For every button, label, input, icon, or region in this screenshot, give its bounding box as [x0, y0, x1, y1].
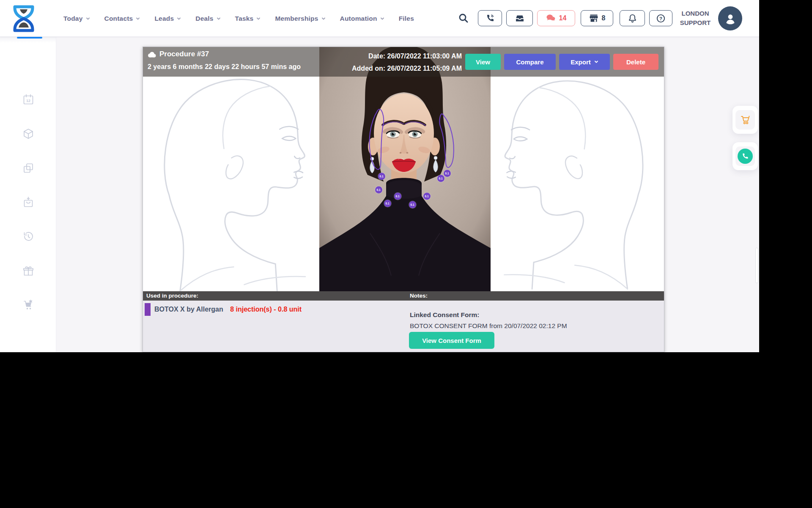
injection-dot: 0.1 [437, 175, 444, 182]
injection-dots: 0.10.10.10.10.10.10.10.1 [319, 47, 491, 291]
injection-dot: 0.1 [423, 193, 431, 200]
nav-item-memberships[interactable]: Memberships [275, 15, 325, 22]
added-value: 26/07/2022 11:05:09 AM [387, 65, 462, 72]
nav-label: Contacts [104, 15, 133, 22]
procedure-dates: Date: 26/07/2022 11:03:00 AM Added on: 2… [352, 50, 462, 75]
nav-item-leads[interactable]: Leads [154, 15, 181, 22]
sidebar-item-gift-vouchers[interactable] [22, 265, 34, 277]
view-label: View [476, 58, 490, 66]
chevron-down-icon [217, 17, 221, 21]
top-bar: Today Contacts Leads Deals Tasks Members… [0, 0, 759, 37]
compare-label: Compare [516, 58, 543, 66]
profile-drawing-left [143, 47, 319, 291]
cloud-icon [148, 51, 156, 58]
used-in-procedure-label: Used in procedure: [146, 291, 198, 301]
sidebar-item-products[interactable] [22, 128, 34, 140]
history-icon [22, 231, 34, 243]
footer-section-bar: Used in procedure: Notes: [143, 291, 664, 301]
copy-icon [22, 162, 34, 174]
nav-item-deals[interactable]: Deals [195, 15, 220, 22]
app-logo[interactable] [10, 4, 37, 33]
floating-phone-widget[interactable] [732, 142, 758, 170]
injection-dot: 0.1 [394, 193, 401, 200]
delete-label: Delete [626, 58, 645, 66]
sidebar-item-history[interactable] [22, 231, 34, 243]
inbox-icon [515, 14, 525, 23]
procedure-title: Procedure #37 [159, 50, 209, 58]
help-button[interactable]: ? [649, 10, 672, 26]
image-strip: 0.10.10.10.10.10.10.10.1 [143, 47, 664, 291]
linked-consent-label: Linked Consent Form: [410, 311, 479, 319]
procedure-panel: 0.10.10.10.10.10.10.10.1 [143, 47, 664, 352]
notifications-button[interactable] [620, 10, 645, 26]
injection-dot: 0.1 [384, 200, 391, 207]
phone-button[interactable] [478, 10, 502, 26]
footer-body: BOTOX X by Allergan 8 injection(s) - 0.8… [143, 301, 664, 352]
nav-label: Leads [154, 15, 174, 22]
procedure-photo[interactable]: 0.10.10.10.10.10.10.10.1 [319, 47, 491, 291]
floating-cart-widget[interactable] [732, 106, 758, 134]
date-label: Date: [368, 52, 385, 60]
chat-bubbles-icon [546, 14, 556, 22]
nav-label: Automation [340, 15, 377, 22]
sidebar-item-cart-settings[interactable] [22, 299, 34, 311]
consent-form-text: BOTOX CONSENT FORM from 20/07/2022 02:12… [410, 322, 567, 330]
chevron-down-icon [86, 17, 90, 21]
nav-item-automation[interactable]: Automation [340, 15, 384, 22]
product-color-swatch [145, 303, 151, 316]
view-button[interactable]: View [465, 54, 501, 70]
screen: Today Contacts Leads Deals Tasks Members… [0, 0, 812, 508]
inbox-button[interactable] [506, 10, 533, 26]
export-button[interactable]: Export [559, 54, 610, 70]
bag-download-icon [22, 196, 34, 208]
bell-icon [628, 14, 637, 23]
cart-icon [739, 114, 751, 126]
chevron-down-icon [321, 17, 326, 21]
account-location: LONDON SUPPORT [675, 9, 716, 28]
procedure-header-overlay: Procedure #37 2 years 6 months 22 days 2… [143, 47, 664, 77]
chevron-down-icon [256, 17, 261, 21]
nav-label: Files [399, 15, 414, 22]
account-line2: SUPPORT [675, 18, 716, 28]
nav-item-contacts[interactable]: Contacts [104, 15, 140, 22]
package-icon [22, 128, 34, 140]
nav-item-tasks[interactable]: Tasks [235, 15, 261, 22]
sidebar-item-calendar[interactable]: 12 [22, 94, 34, 105]
added-label: Added on: [352, 65, 385, 72]
profile-drawing-right [491, 47, 664, 291]
person-icon [723, 11, 738, 26]
phone-icon [741, 152, 749, 160]
sidebar-item-orders[interactable] [22, 196, 34, 208]
app-window: Today Contacts Leads Deals Tasks Members… [0, 0, 759, 352]
chat-count-badge: 14 [559, 14, 567, 22]
svg-text:?: ? [659, 16, 662, 21]
help-icon: ? [656, 14, 666, 23]
injection-dot: 0.1 [409, 201, 416, 208]
view-consent-form-button[interactable]: View Consent Form [409, 332, 494, 349]
chat-button[interactable]: 14 [537, 10, 575, 26]
date-value: 26/07/2022 11:03:00 AM [387, 52, 462, 60]
chevron-down-icon [380, 17, 384, 21]
nav-item-today[interactable]: Today [63, 15, 90, 22]
delete-button[interactable]: Delete [613, 54, 658, 70]
chevron-down-icon [177, 17, 181, 21]
procedure-age: 2 years 6 months 22 days 22 hours 57 min… [148, 63, 301, 71]
product-usage: 8 injection(s) - 0.8 unit [230, 306, 302, 313]
chevron-down-icon [136, 17, 140, 21]
user-avatar[interactable] [718, 6, 742, 30]
nav-label: Tasks [235, 15, 254, 22]
svg-text:12: 12 [26, 99, 30, 103]
sidebar-item-duplicates[interactable] [22, 162, 34, 174]
product-name: BOTOX X by Allergan [154, 306, 223, 313]
search-icon[interactable] [458, 13, 469, 24]
injection-dot: 0.1 [444, 170, 451, 177]
nav-item-files[interactable]: Files [399, 15, 414, 22]
store-icon [589, 14, 599, 23]
compare-button[interactable]: Compare [504, 54, 556, 70]
gift-icon [22, 265, 34, 277]
calendar-12-icon: 12 [22, 94, 34, 105]
store-button[interactable]: 8 [581, 10, 613, 26]
chevron-down-icon [594, 60, 598, 64]
scrollbar-thumb[interactable] [755, 248, 758, 283]
notes-label: Notes: [410, 291, 428, 301]
